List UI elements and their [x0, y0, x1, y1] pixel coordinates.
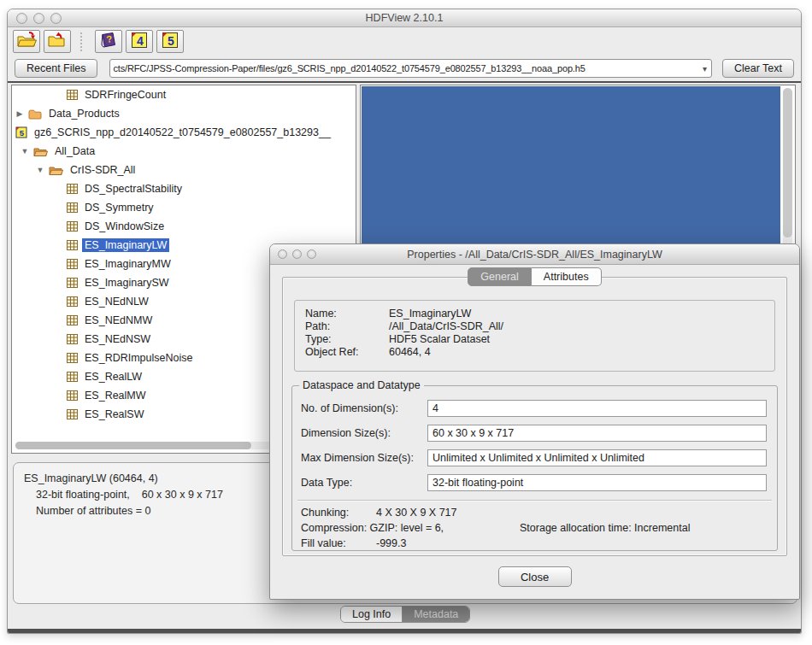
- tree-item[interactable]: DS_WindowSize: [12, 217, 356, 236]
- hdf4-glyph: 4: [137, 33, 144, 47]
- hdf5-glyph: 5: [168, 33, 174, 47]
- tree-item-label: ES_NEdNMW: [82, 314, 155, 327]
- main-window-title: HDFView 2.10.1: [8, 12, 801, 24]
- group-title: Dataspace and Datatype: [299, 379, 424, 391]
- field-row: Dimension Size(s): 60 x 30 x 9 x 717: [301, 425, 767, 442]
- chunking-value: 4 X 30 X 9 X 717: [376, 505, 457, 520]
- hdf5-file-icon: 5: [15, 126, 27, 138]
- storage-info-block: Chunking: 4 X 30 X 9 X 717 Compression: …: [301, 505, 768, 551]
- file-bar: Recent Files cts/RFC/JPSS-Compression-Pa…: [8, 56, 801, 81]
- tree-item-label: ES_RealLW: [82, 370, 144, 384]
- hdf5-glyph: 5: [20, 128, 25, 138]
- dataset-icon: [67, 372, 78, 382]
- tree-item[interactable]: 5 gz6_SCRIS_npp_d20140522_t0754579_e0802…: [12, 123, 356, 142]
- storage-allocation-text: Storage allocation time: Incremental: [520, 520, 690, 536]
- tree-item-label: DS_WindowSize: [82, 220, 167, 233]
- recent-files-button[interactable]: Recent Files: [15, 59, 97, 78]
- tree-item-label: ES_RealSW: [82, 408, 146, 421]
- type-value: HDF5 Scalar Dataset: [389, 333, 764, 345]
- data-type-field[interactable]: 32-bit floating-point: [427, 474, 767, 491]
- group-divider: [297, 500, 772, 501]
- file-path-value: cts/RFC/JPSS-Compression-Paper/files/gz6…: [110, 63, 697, 73]
- expander-expanded-icon[interactable]: ▼: [21, 147, 29, 155]
- tab-attributes[interactable]: Attributes: [532, 267, 602, 286]
- main-toolbar: ? 4 5: [8, 27, 801, 56]
- screen: HDFView 2.10.1: [0, 0, 812, 645]
- scrollbar-thumb[interactable]: [15, 442, 251, 449]
- dialog-tab-bar: General Attributes: [270, 267, 799, 286]
- hdf4-button[interactable]: 4: [126, 30, 153, 53]
- content-divider: [8, 81, 801, 83]
- folder-open-icon: [33, 146, 48, 157]
- type-label: Type:: [305, 333, 389, 345]
- expander-expanded-icon[interactable]: ▼: [36, 166, 44, 174]
- dataset-icon: [67, 353, 78, 363]
- scrollbar-thumb[interactable]: [783, 88, 792, 237]
- chunking-label: Chunking:: [301, 505, 376, 520]
- dimension-size-field[interactable]: 60 x 30 x 9 x 717: [427, 425, 767, 442]
- open-file-button[interactable]: [13, 30, 40, 53]
- object-info-box: Name: ES_ImaginaryLW Path: /All_Data/CrI…: [294, 300, 775, 372]
- dimension-count-field[interactable]: 4: [427, 400, 767, 417]
- dataspace-datatype-group: Dataspace and Datatype No. of Dimension(…: [291, 385, 778, 551]
- dimension-count-label: No. of Dimension(s):: [301, 402, 427, 414]
- data-type-label: Data Type:: [301, 477, 427, 489]
- tree-item[interactable]: ▶ Data_Products: [12, 104, 356, 123]
- path-label: Path:: [305, 320, 389, 332]
- dataset-icon: [67, 240, 78, 250]
- tab-metadata[interactable]: Metadata: [402, 607, 469, 622]
- hdf5-icon: 5: [162, 32, 179, 52]
- help-button[interactable]: ?: [95, 30, 122, 53]
- object-ref-label: Object Ref:: [305, 346, 389, 358]
- tree-item-label: ES_ImaginaryLW: [82, 238, 169, 252]
- tab-label: Metadata: [414, 608, 458, 620]
- hdf5-button[interactable]: 5: [156, 30, 184, 53]
- dialog-general-pane: Name: ES_ImaginaryLW Path: /All_Data/CrI…: [282, 277, 787, 556]
- clear-text-button[interactable]: Clear Text: [722, 59, 794, 78]
- folder-open-icon: [49, 165, 63, 176]
- clear-text-label: Clear Text: [734, 62, 782, 74]
- tab-label: Log Info: [352, 608, 391, 620]
- fill-value-label: Fill value:: [301, 536, 376, 551]
- max-dimension-size-field[interactable]: Unlimited x Unlimited x Unlimited x Unli…: [427, 449, 767, 466]
- dataset-icon: [67, 90, 78, 100]
- name-value: ES_ImaginaryLW: [389, 308, 764, 320]
- main-titlebar[interactable]: HDFView 2.10.1: [8, 9, 801, 27]
- dataset-icon: [67, 409, 78, 419]
- tab-label: Attributes: [544, 271, 589, 283]
- combo-dropdown-icon[interactable]: ▾: [698, 64, 711, 73]
- tree-item[interactable]: SDRFringeCount: [12, 85, 356, 104]
- object-ref-value: 60464, 4: [389, 346, 764, 358]
- window-bottom-edge: [8, 629, 801, 633]
- tree-item-label: Data_Products: [46, 107, 122, 120]
- fill-value: -999.3: [376, 536, 406, 551]
- toolbar-separator: [80, 32, 87, 51]
- compression-text: Compression: GZIP: level = 6,: [301, 520, 520, 536]
- tree-item-label: ES_NEdNSW: [82, 332, 153, 346]
- dataset-icon: [67, 202, 78, 213]
- tree-item[interactable]: DS_SpectralStability: [12, 179, 356, 198]
- tab-general[interactable]: General: [468, 267, 531, 286]
- max-dimension-size-label: Max Dimension Size(s):: [301, 452, 427, 464]
- close-button[interactable]: Close: [498, 566, 572, 587]
- tree-item[interactable]: ▼ CrIS-SDR_All: [12, 161, 356, 179]
- folder-open-arrow-icon: [16, 31, 38, 52]
- tree-item[interactable]: ▼ All_Data: [12, 142, 356, 161]
- field-row: No. of Dimension(s): 4: [301, 400, 767, 417]
- file-path-combobox[interactable]: cts/RFC/JPSS-Compression-Paper/files/gz6…: [109, 59, 711, 78]
- tree-item[interactable]: DS_Symmetry: [12, 198, 356, 217]
- close-button-label: Close: [521, 571, 549, 583]
- hdf4-icon: 4: [131, 32, 148, 52]
- dialog-titlebar[interactable]: Properties - /All_Data/CrIS-SDR_All/ES_I…: [270, 244, 799, 265]
- tree-item-label: ES_ImaginaryMW: [82, 257, 174, 271]
- tree-item-label: ES_RDRImpulseNoise: [82, 351, 195, 365]
- dataset-icon: [67, 315, 78, 325]
- expander-collapsed-icon[interactable]: ▶: [15, 109, 24, 118]
- dataset-icon: [67, 296, 78, 307]
- path-value: /All_Data/CrIS-SDR_All/: [389, 320, 764, 332]
- tree-item-label: All_Data: [52, 144, 97, 158]
- close-file-button[interactable]: [44, 30, 71, 53]
- tree-item-label: ES_NEdNLW: [82, 295, 151, 308]
- tab-log-info[interactable]: Log Info: [341, 607, 402, 622]
- dataset-icon: [67, 184, 78, 194]
